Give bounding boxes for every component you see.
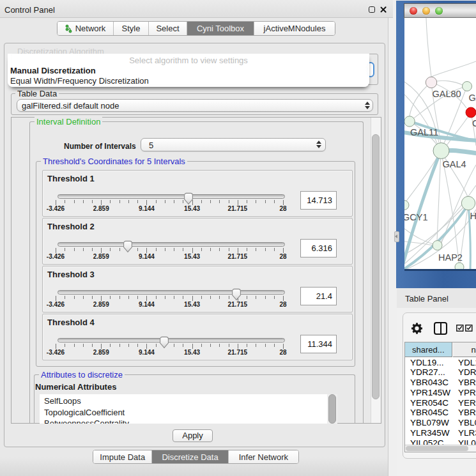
svg-text:GCY1: GCY1 (404, 212, 428, 222)
svg-text:GAL11: GAL11 (410, 127, 438, 137)
svg-text:GAL80: GAL80 (433, 89, 461, 99)
svg-text:C: C (472, 118, 476, 128)
svg-text:GAL4: GAL4 (443, 159, 466, 169)
svg-text:H: H (470, 211, 476, 221)
svg-text:GA: GA (469, 93, 476, 103)
svg-text:HAP2: HAP2 (438, 252, 463, 263)
